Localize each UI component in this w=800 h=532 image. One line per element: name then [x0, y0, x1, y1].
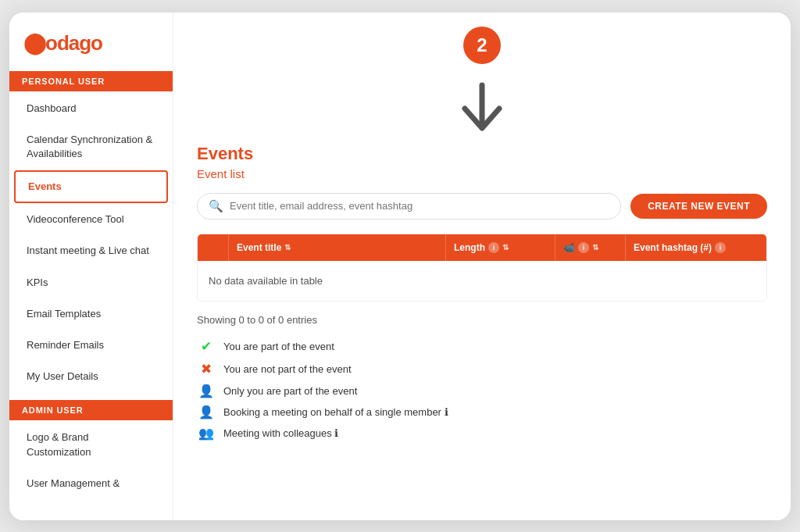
- page-title: Events: [197, 144, 767, 164]
- info-icon-hashtag: i: [715, 242, 726, 253]
- sidebar-item-events[interactable]: Events: [14, 170, 168, 203]
- table-header: Event title ⇅ Length i ⇅ 📹 i ⇅ Event has…: [198, 234, 766, 261]
- step-badge: 2: [463, 27, 501, 64]
- table-col-hashtag: Event hashtag (#) i: [626, 234, 766, 261]
- table-empty-message: No data available in table: [198, 261, 766, 301]
- search-bar: 🔍: [197, 193, 621, 220]
- legend-item-colleagues: 👥 Meeting with colleagues ℹ: [197, 426, 767, 441]
- sidebar-item-user-management[interactable]: User Management &: [14, 469, 168, 498]
- table-col-length[interactable]: Length i ⇅: [446, 234, 555, 261]
- showing-entries: Showing 0 to 0 of 0 entries: [197, 314, 767, 326]
- info-icon-length: i: [488, 242, 499, 253]
- personal-user-header: PERSONAL USER: [9, 71, 173, 91]
- search-input[interactable]: [230, 200, 609, 212]
- sort-icon-video: ⇅: [592, 243, 598, 252]
- check-icon: ✔: [197, 338, 216, 355]
- legend-item-single-member: 👤 Booking a meeting on behalf of a singl…: [197, 405, 767, 420]
- sidebar-item-dashboard[interactable]: Dashboard: [14, 94, 168, 123]
- table-col-checkbox: [198, 234, 229, 261]
- info-icon-video: i: [578, 242, 589, 253]
- sidebar-item-instant-meeting[interactable]: Instant meeting & Live chat: [14, 236, 168, 266]
- sort-icon-event-title: ⇅: [284, 243, 291, 252]
- search-icon: 🔍: [209, 199, 223, 213]
- arrow-down: [197, 81, 767, 136]
- sidebar-item-videoconference[interactable]: Videoconference Tool: [14, 205, 168, 234]
- person-icon: 👤: [197, 384, 216, 398]
- sidebar-item-my-user-details[interactable]: My User Details: [14, 362, 168, 391]
- main-content: 2 Events Event list 🔍 CREATE NEW EVENT E…: [173, 12, 791, 520]
- legend-item-part-of-event: ✔ You are part of the event: [197, 338, 767, 355]
- section-subtitle: Event list: [197, 167, 767, 180]
- search-bar-row: 🔍 CREATE NEW EVENT: [197, 193, 767, 220]
- events-table: Event title ⇅ Length i ⇅ 📹 i ⇅ Event has…: [197, 234, 767, 302]
- sort-icon-length: ⇅: [502, 243, 509, 252]
- cross-icon: ✖: [197, 361, 216, 377]
- sidebar-item-email-templates[interactable]: Email Templates: [14, 299, 168, 329]
- legend-item-not-part-of-event: ✖ You are not part of the event: [197, 361, 767, 377]
- table-col-video[interactable]: 📹 i ⇅: [555, 234, 626, 261]
- sidebar-item-kpis[interactable]: KPIs: [14, 268, 168, 298]
- logo-text: odago: [45, 31, 102, 55]
- app-window: ⬤odago PERSONAL USER Dashboard Calendar …: [9, 12, 791, 520]
- app-logo: ⬤odago: [9, 25, 173, 71]
- sidebar-item-logo-brand[interactable]: Logo & Brand Customization: [14, 423, 168, 466]
- create-new-event-button[interactable]: CREATE NEW EVENT: [630, 194, 767, 219]
- table-col-event-title[interactable]: Event title ⇅: [229, 234, 446, 261]
- people-icon: 👥: [197, 426, 216, 441]
- legend-item-only-you: 👤 Only you are part of the event: [197, 384, 767, 398]
- sidebar-item-reminder-emails[interactable]: Reminder Emails: [14, 330, 168, 360]
- person-single-icon: 👤: [197, 405, 216, 420]
- legend: ✔ You are part of the event ✖ You are no…: [197, 338, 767, 441]
- table-body: No data available in table: [198, 261, 766, 301]
- sidebar-item-calendar-sync[interactable]: Calendar Synchronization & Availabilitie…: [14, 125, 168, 169]
- sidebar: ⬤odago PERSONAL USER Dashboard Calendar …: [9, 12, 173, 520]
- video-icon: 📹: [563, 242, 575, 253]
- admin-user-header: ADMIN USER: [9, 400, 173, 420]
